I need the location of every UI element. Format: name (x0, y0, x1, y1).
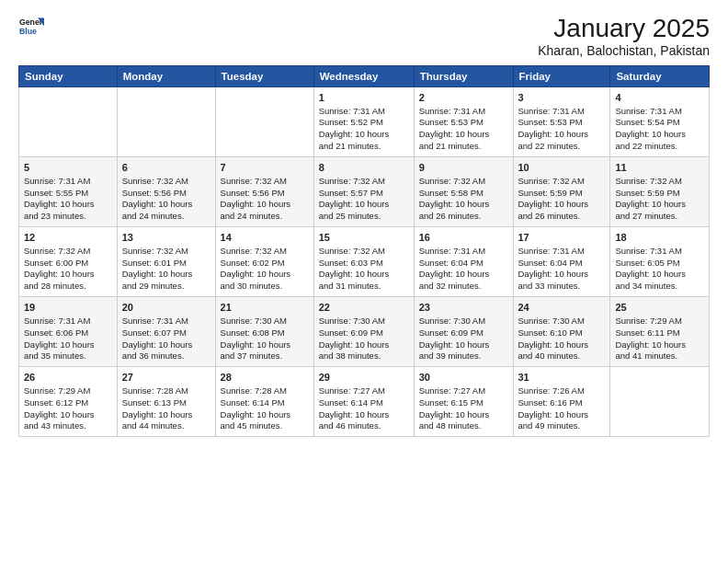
day-info-line: Sunset: 5:53 PM (518, 117, 606, 129)
day-info-line: Daylight: 10 hours (24, 339, 112, 351)
day-info-line: Daylight: 10 hours (419, 199, 508, 211)
day-info-line: Daylight: 10 hours (615, 129, 704, 141)
calendar-cell: 7Sunrise: 7:32 AMSunset: 5:56 PMDaylight… (215, 156, 313, 226)
day-info-line: and 21 minutes. (319, 141, 409, 153)
day-info-line: Sunset: 5:52 PM (319, 117, 409, 129)
day-info-line: and 23 minutes. (24, 211, 112, 223)
day-info-line: Sunrise: 7:26 AM (518, 385, 606, 397)
day-info-line: Daylight: 10 hours (615, 199, 704, 211)
calendar-cell: 23Sunrise: 7:30 AMSunset: 6:09 PMDayligh… (414, 297, 513, 367)
col-header-monday: Monday (117, 65, 215, 86)
calendar-cell: 14Sunrise: 7:32 AMSunset: 6:02 PMDayligh… (215, 226, 313, 296)
day-info-line: Daylight: 10 hours (319, 199, 409, 211)
day-info-line: Sunset: 6:09 PM (319, 327, 409, 339)
day-info-line: Daylight: 10 hours (221, 269, 309, 281)
day-info-line: Sunset: 5:53 PM (419, 117, 508, 129)
calendar-cell: 10Sunrise: 7:32 AMSunset: 5:59 PMDayligh… (513, 156, 610, 226)
day-number: 25 (615, 301, 704, 315)
day-info-line: and 45 minutes. (221, 420, 309, 432)
calendar-cell: 30Sunrise: 7:27 AMSunset: 6:15 PMDayligh… (414, 367, 513, 437)
day-info-line: and 48 minutes. (419, 420, 508, 432)
day-info-line: and 46 minutes. (319, 420, 409, 432)
day-info-line: Sunset: 5:57 PM (319, 188, 409, 200)
logo: General Blue (18, 15, 44, 40)
day-info-line: Sunrise: 7:31 AM (419, 246, 508, 258)
day-info-line: Sunrise: 7:30 AM (221, 316, 309, 327)
calendar-cell: 9Sunrise: 7:32 AMSunset: 5:58 PMDaylight… (414, 156, 513, 226)
day-info-line: Sunset: 6:15 PM (419, 397, 508, 409)
day-info-line: Daylight: 10 hours (24, 269, 112, 281)
day-number: 29 (319, 371, 409, 385)
day-info-line: Sunset: 6:11 PM (615, 327, 704, 339)
day-info-line: Sunrise: 7:32 AM (319, 176, 409, 188)
day-number: 5 (24, 161, 112, 175)
day-info-line: Daylight: 10 hours (122, 339, 210, 351)
day-number: 16 (419, 231, 508, 245)
day-info-line: and 26 minutes. (419, 211, 508, 223)
day-info-line: Sunset: 6:14 PM (319, 397, 409, 409)
day-info-line: Sunrise: 7:27 AM (319, 385, 409, 397)
day-number: 17 (518, 231, 606, 245)
main-title: January 2025 (538, 15, 710, 43)
day-info-line: Sunset: 5:55 PM (24, 188, 112, 200)
day-info-line: and 31 minutes. (319, 281, 409, 293)
day-info-line: Sunrise: 7:31 AM (122, 316, 210, 327)
calendar-cell: 26Sunrise: 7:29 AMSunset: 6:12 PMDayligh… (19, 367, 118, 437)
day-number: 1 (319, 91, 409, 105)
day-number: 2 (419, 91, 508, 105)
day-info-line: Sunset: 6:10 PM (518, 327, 606, 339)
calendar-cell: 8Sunrise: 7:32 AMSunset: 5:57 PMDaylight… (313, 156, 414, 226)
day-info-line: Daylight: 10 hours (319, 409, 409, 421)
day-info-line: Daylight: 10 hours (122, 269, 210, 281)
col-header-tuesday: Tuesday (215, 65, 313, 86)
day-number: 7 (221, 161, 309, 175)
calendar-cell: 1Sunrise: 7:31 AMSunset: 5:52 PMDaylight… (313, 86, 414, 156)
col-header-saturday: Saturday (610, 65, 710, 86)
day-info-line: and 44 minutes. (122, 420, 210, 432)
day-info-line: Sunrise: 7:31 AM (319, 106, 409, 118)
day-info-line: Sunrise: 7:29 AM (24, 385, 112, 397)
calendar-cell: 20Sunrise: 7:31 AMSunset: 6:07 PMDayligh… (117, 297, 215, 367)
day-number: 28 (221, 371, 309, 385)
calendar-cell: 29Sunrise: 7:27 AMSunset: 6:14 PMDayligh… (313, 367, 414, 437)
day-info-line: Sunset: 6:14 PM (221, 397, 309, 409)
title-block: January 2025 Kharan, Balochistan, Pakist… (538, 15, 710, 58)
day-info-line: Sunrise: 7:32 AM (518, 176, 606, 188)
day-info-line: and 33 minutes. (518, 281, 606, 293)
day-number: 22 (319, 301, 409, 315)
day-number: 15 (319, 231, 409, 245)
calendar-cell: 27Sunrise: 7:28 AMSunset: 6:13 PMDayligh… (117, 367, 215, 437)
day-info-line: Sunrise: 7:28 AM (221, 385, 309, 397)
day-info-line: Sunrise: 7:31 AM (615, 106, 704, 118)
calendar-cell (117, 86, 215, 156)
day-info-line: Sunrise: 7:31 AM (518, 106, 606, 118)
day-info-line: Daylight: 10 hours (419, 409, 508, 421)
day-info-line: and 29 minutes. (122, 281, 210, 293)
day-info-line: Daylight: 10 hours (518, 409, 606, 421)
day-info-line: Sunset: 6:03 PM (319, 258, 409, 270)
day-info-line: Sunset: 5:54 PM (615, 117, 704, 129)
day-info-line: Sunrise: 7:32 AM (122, 176, 210, 188)
day-info-line: Sunset: 6:01 PM (122, 258, 210, 270)
calendar-cell: 15Sunrise: 7:32 AMSunset: 6:03 PMDayligh… (313, 226, 414, 296)
day-number: 13 (122, 231, 210, 245)
day-info-line: and 30 minutes. (221, 281, 309, 293)
day-number: 9 (419, 161, 508, 175)
day-info-line: Sunrise: 7:31 AM (615, 246, 704, 258)
day-info-line: Sunrise: 7:29 AM (615, 316, 704, 327)
calendar-cell: 19Sunrise: 7:31 AMSunset: 6:06 PMDayligh… (19, 297, 118, 367)
day-number: 27 (122, 371, 210, 385)
day-info-line: Sunset: 6:08 PM (221, 327, 309, 339)
calendar-cell: 17Sunrise: 7:31 AMSunset: 6:04 PMDayligh… (513, 226, 610, 296)
day-info-line: Sunrise: 7:32 AM (319, 246, 409, 258)
day-number: 4 (615, 91, 704, 105)
day-info-line: and 43 minutes. (24, 420, 112, 432)
day-info-line: and 39 minutes. (419, 350, 508, 362)
day-info-line: and 49 minutes. (518, 420, 606, 432)
calendar-table: SundayMondayTuesdayWednesdayThursdayFrid… (18, 65, 710, 437)
day-info-line: and 28 minutes. (24, 281, 112, 293)
day-number: 26 (24, 371, 112, 385)
day-info-line: and 32 minutes. (419, 281, 508, 293)
day-number: 10 (518, 161, 606, 175)
day-info-line: and 38 minutes. (319, 350, 409, 362)
